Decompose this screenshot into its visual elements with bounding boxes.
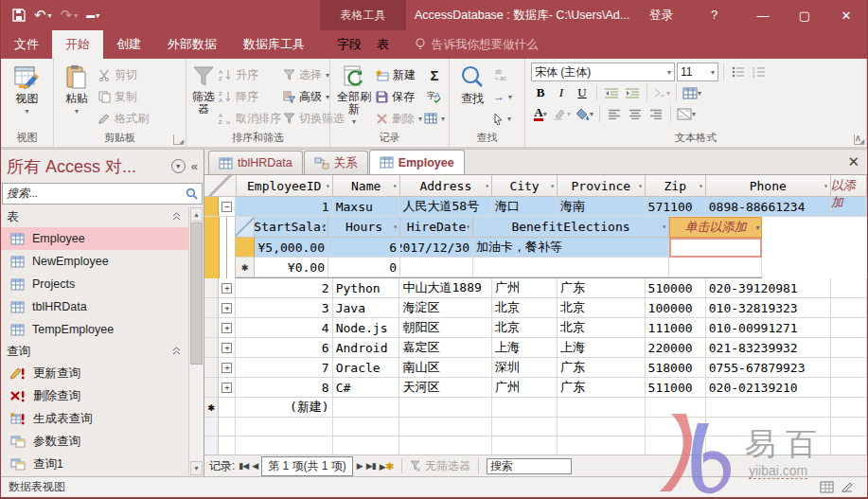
cell[interactable]: 人民大道58号: [399, 197, 491, 217]
tab-table[interactable]: 表: [369, 30, 397, 59]
undo-button[interactable]: ↶▾: [34, 7, 52, 24]
sign-in-button[interactable]: 登录: [649, 0, 673, 30]
chevron-down-icon[interactable]: ▾: [699, 182, 703, 190]
bold-button[interactable]: B: [531, 83, 550, 102]
cell[interactable]: Java: [333, 298, 400, 318]
find-button[interactable]: 查找: [453, 62, 491, 105]
cell[interactable]: ¥5,000.00: [255, 238, 328, 258]
cell[interactable]: 北京: [492, 298, 558, 318]
chevron-down-icon[interactable]: ▾: [393, 223, 398, 231]
cell[interactable]: 4: [236, 318, 332, 338]
datasheet-view-button[interactable]: [820, 481, 834, 493]
refresh-all-button[interactable]: 全部刷新 ▾: [334, 62, 374, 126]
subdatasheet-corner[interactable]: [236, 217, 255, 238]
cell[interactable]: [831, 378, 867, 398]
cell[interactable]: 010-00991271: [706, 318, 831, 338]
customize-qat-button[interactable]: ▬▾: [86, 10, 99, 20]
expand-subdatasheet-icon[interactable]: +: [221, 343, 232, 353]
cell[interactable]: 518000: [646, 358, 706, 378]
delete-record-button[interactable]: 删除▾: [376, 109, 422, 128]
expand-subdatasheet-icon[interactable]: +: [221, 363, 232, 373]
close-button[interactable]: ✕: [825, 0, 867, 30]
cell[interactable]: 海南: [558, 197, 646, 217]
ribbon-tab-2[interactable]: 创建: [103, 30, 154, 59]
highlight-color-button[interactable]: ▾: [552, 104, 572, 123]
ribbon-tab-4[interactable]: 数据库工具: [230, 30, 318, 59]
goto-button[interactable]: →▾: [493, 87, 512, 106]
record-position-box[interactable]: 第 1 项(共 1 项): [261, 456, 353, 476]
cell[interactable]: 上海: [558, 338, 646, 358]
nav-item-查询1[interactable]: 查询1: [1, 453, 188, 475]
sub-click-to-add-header[interactable]: 单击以添加▾: [669, 217, 762, 238]
font-name-combo[interactable]: 宋体 (主体)▾: [531, 62, 675, 81]
expand-subdatasheet-icon[interactable]: +: [221, 303, 232, 313]
next-record-button[interactable]: ▶: [357, 461, 363, 471]
previous-record-button[interactable]: ◀: [252, 461, 257, 471]
cell[interactable]: 广东: [558, 358, 646, 378]
cell[interactable]: [831, 358, 867, 378]
align-right-icon[interactable]: [647, 104, 665, 123]
last-record-button[interactable]: ▶▮: [366, 461, 376, 471]
nav-item-Employee[interactable]: Employee: [1, 227, 188, 250]
cell[interactable]: 010-32819323: [706, 298, 831, 318]
cell[interactable]: Maxsu: [333, 197, 400, 217]
underline-button[interactable]: U: [573, 83, 592, 102]
record-search-input[interactable]: 搜索: [487, 458, 572, 474]
cell[interactable]: 220000: [646, 338, 706, 358]
row-selector[interactable]: [204, 378, 219, 398]
cell[interactable]: Python: [333, 278, 400, 298]
cell[interactable]: 深圳: [492, 358, 558, 378]
cell[interactable]: 100000: [646, 298, 706, 318]
paragraph-direction-icon[interactable]: ▾: [652, 83, 671, 102]
chevron-down-icon[interactable]: ▾: [393, 182, 398, 190]
row-selector[interactable]: [204, 338, 219, 358]
row-selector[interactable]: [204, 278, 219, 298]
nav-item-NewEmployee[interactable]: NewEmployee: [1, 250, 188, 273]
nav-item-生成表查询[interactable]: ✱生成表查询: [1, 407, 188, 430]
column-header-City[interactable]: City▾: [492, 175, 558, 197]
cell[interactable]: 1: [236, 197, 332, 217]
new-blank-record-button[interactable]: ▶✱: [380, 461, 394, 472]
cell[interactable]: 嘉定区: [399, 338, 491, 358]
nav-item-参数查询[interactable]: 参数查询: [1, 430, 188, 453]
cell[interactable]: 111000: [646, 318, 706, 338]
cell[interactable]: 020-39120981: [706, 278, 831, 298]
row-selector[interactable]: [204, 298, 219, 318]
cut-button[interactable]: 剪切: [97, 65, 149, 84]
cell[interactable]: [333, 398, 400, 418]
replace-button[interactable]: abac: [493, 65, 508, 84]
copy-button[interactable]: 复制: [97, 87, 149, 106]
column-header-Province[interactable]: Province▾: [558, 175, 646, 197]
filter-state-label[interactable]: 无筛选器: [425, 458, 470, 474]
cell[interactable]: 广东: [558, 278, 646, 298]
cell[interactable]: [399, 398, 491, 418]
cell[interactable]: 2017/12/30: [400, 238, 473, 258]
nav-search-box[interactable]: 搜索...: [2, 183, 203, 205]
increase-indent-icon[interactable]: [623, 83, 642, 102]
cell[interactable]: 上海: [492, 338, 558, 358]
sort-ascending-button[interactable]: AZ 升序: [219, 65, 281, 84]
doc-tab-关系[interactable]: 关系: [304, 151, 368, 174]
chevron-down-icon[interactable]: ▾: [638, 182, 643, 190]
cell[interactable]: [669, 258, 762, 277]
cell[interactable]: 广州: [492, 378, 558, 398]
chevron-down-icon[interactable]: ▾: [662, 223, 666, 231]
cell[interactable]: 0898-88661234: [706, 197, 831, 217]
cell[interactable]: 020-02139210: [706, 378, 831, 398]
cell[interactable]: 朝阳区: [399, 318, 491, 338]
chevron-down-icon[interactable]: ▾: [485, 182, 489, 190]
bullets-icon[interactable]: [729, 62, 748, 81]
cell[interactable]: 中山大道1889: [399, 278, 491, 298]
nav-item-删除查询[interactable]: 删除查询: [1, 384, 188, 407]
nav-item-TempEmployee[interactable]: TempEmployee: [1, 318, 188, 341]
cell[interactable]: [831, 298, 867, 318]
nav-menu-icon[interactable]: ▼: [171, 159, 186, 173]
sort-descending-button[interactable]: ZA 降序: [219, 87, 281, 106]
minimize-button[interactable]: —: [742, 0, 784, 30]
nav-pane-header[interactable]: 所有 Access 对... ▼ «: [1, 150, 204, 183]
column-header-EmployeeID[interactable]: EmployeeID▾: [237, 175, 333, 197]
font-color-button[interactable]: A▾: [531, 104, 550, 123]
cell[interactable]: [831, 338, 867, 358]
expand-subdatasheet-icon[interactable]: +: [221, 283, 232, 294]
cell[interactable]: [646, 398, 706, 418]
